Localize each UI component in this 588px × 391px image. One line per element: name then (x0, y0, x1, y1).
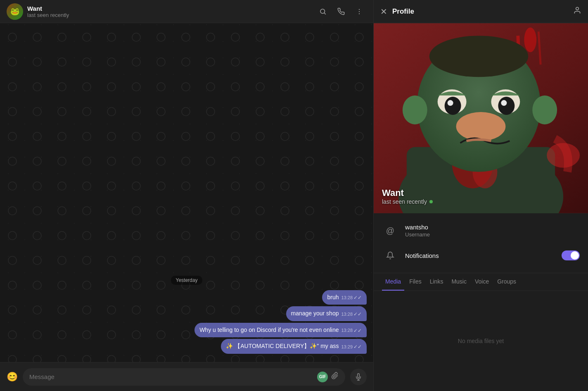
attach-button[interactable] (331, 372, 339, 381)
more-icon (356, 8, 363, 15)
username-value: wantsho (405, 224, 580, 231)
message-time: 13:28 (341, 295, 353, 301)
search-icon (319, 8, 327, 15)
header-icons (315, 4, 367, 19)
username-content: wantsho Username (405, 224, 580, 238)
message-text: ✨ 【AUTOMATIC DELIVERY】✨" my ass (226, 342, 339, 350)
phone-icon (337, 8, 345, 15)
double-check-icon: ✓✓ (353, 327, 362, 334)
chat-user-status: last seen recently (27, 12, 315, 18)
profile-image-area: Want last seen recently (374, 23, 588, 213)
svg-point-2 (359, 9, 360, 10)
no-media-area: No media files yet (374, 291, 588, 391)
profile-display-name: Want (382, 188, 433, 198)
svg-point-0 (320, 9, 325, 14)
tab-voice[interactable]: Voice (472, 273, 492, 291)
table-row: bruh 13:28 ✓✓ (322, 290, 367, 305)
gif-button[interactable]: GIF (317, 372, 328, 382)
notifications-row: Notifications (374, 243, 588, 268)
tab-groups[interactable]: Groups (494, 273, 519, 291)
message-time: 13:28 (341, 311, 353, 317)
call-button[interactable] (334, 4, 349, 19)
double-check-icon: ✓✓ (353, 311, 362, 318)
profile-panel: ✕ Profile (373, 0, 588, 391)
svg-point-24 (498, 97, 514, 115)
media-tabs: Media Files Links Music Voice Groups (374, 273, 588, 291)
search-button[interactable] (315, 4, 330, 19)
message-meta: 13:28 ✓✓ (341, 294, 362, 301)
profile-name-overlay: Want last seen recently (382, 188, 433, 205)
username-label: Username (405, 231, 580, 238)
message-text: manage your shop (291, 310, 339, 318)
input-area: 😊 GIF (0, 362, 373, 391)
message-time: 13:29 (341, 344, 353, 350)
svg-point-11 (524, 27, 536, 52)
chat-header: 🐸 Want last seen recently (0, 0, 373, 23)
user-icon (573, 6, 581, 14)
notifications-toggle[interactable] (562, 250, 580, 260)
message-text: Why u telling to go on Discord if you're… (199, 326, 339, 334)
table-row: ✨ 【AUTOMATIC DELIVERY】✨" my ass 13:29 ✓✓ (221, 339, 367, 354)
date-divider: Yesterday (7, 276, 367, 284)
more-button[interactable] (352, 4, 367, 19)
person-icon (573, 6, 581, 17)
status-text: last seen recently (382, 198, 427, 205)
profile-image (374, 23, 588, 213)
message-meta: 13:28 ✓✓ (341, 311, 362, 318)
message-meta: 13:28 ✓✓ (341, 327, 362, 334)
tab-media[interactable]: Media (382, 273, 404, 291)
svg-point-26 (501, 100, 507, 106)
svg-point-7 (576, 7, 579, 10)
messages-area: Yesterday bruh 13:28 ✓✓ manage your shop… (0, 23, 373, 362)
chat-user-name: Want (27, 5, 315, 12)
close-profile-button[interactable]: ✕ (380, 7, 387, 17)
at-icon: @ (382, 222, 398, 239)
svg-point-28 (403, 95, 427, 124)
no-media-text: No media files yet (458, 338, 504, 344)
date-label: Yesterday (171, 276, 203, 285)
tab-files[interactable]: Files (406, 273, 425, 291)
message-input-wrap: GIF (23, 368, 345, 386)
svg-point-23 (445, 97, 461, 115)
double-check-icon: ✓✓ (353, 294, 362, 301)
emoji-button[interactable]: 😊 (7, 372, 18, 382)
tab-links[interactable]: Links (427, 273, 447, 291)
chat-panel: 🐸 Want last seen recently (0, 0, 373, 391)
svg-point-30 (429, 36, 529, 77)
messages-list: bruh 13:28 ✓✓ manage your shop 13:28 ✓✓ … (7, 290, 367, 354)
svg-line-1 (324, 13, 325, 14)
bell-icon (382, 247, 398, 264)
notification-bell-icon (386, 251, 394, 260)
svg-point-27 (456, 112, 506, 141)
profile-header: ✕ Profile (374, 0, 588, 23)
microphone-icon (355, 373, 362, 381)
table-row: Why u telling to go on Discord if you're… (194, 323, 367, 338)
profile-title: Profile (392, 7, 568, 16)
svg-point-29 (532, 95, 557, 124)
user-info: Want last seen recently (27, 5, 315, 18)
microphone-button[interactable] (350, 369, 367, 385)
avatar[interactable]: 🐸 (7, 3, 23, 20)
profile-info: @ wantsho Username Notifications (374, 213, 588, 273)
username-row: @ wantsho Username (374, 218, 588, 243)
message-time: 13:28 (341, 327, 353, 334)
message-text: bruh (327, 293, 339, 302)
svg-point-4 (359, 13, 360, 14)
profile-status: last seen recently (382, 198, 433, 205)
message-input[interactable] (29, 373, 314, 380)
message-meta: 13:29 ✓✓ (341, 343, 362, 350)
svg-point-25 (448, 100, 453, 106)
double-check-icon: ✓✓ (353, 343, 362, 350)
svg-point-3 (359, 11, 360, 12)
table-row: manage your shop 13:28 ✓✓ (286, 306, 367, 321)
paperclip-icon (331, 372, 339, 379)
online-indicator (429, 200, 433, 203)
tab-music[interactable]: Music (448, 273, 470, 291)
notifications-label: Notifications (405, 252, 555, 259)
